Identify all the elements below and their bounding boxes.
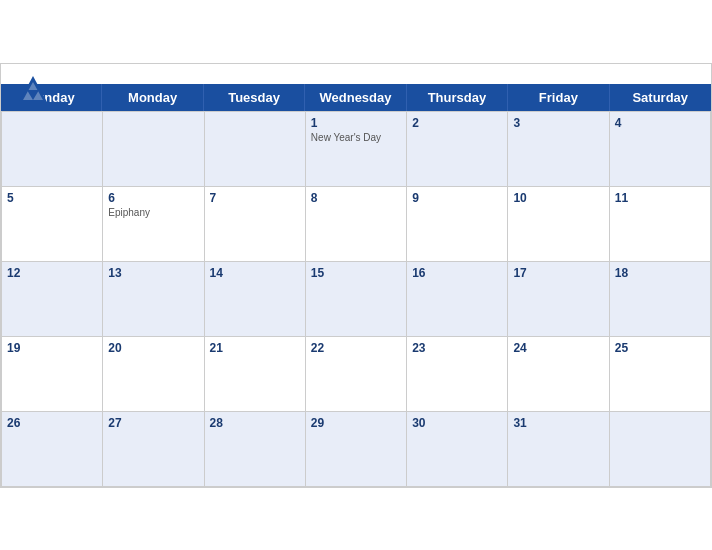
calendar-cell: 30 [407,412,508,487]
date-number: 9 [412,191,502,205]
logo-icon [17,74,49,104]
calendar-cell: 5 [2,187,103,262]
day-header-friday: Friday [508,84,609,111]
date-number: 5 [7,191,97,205]
calendar-cell: 9 [407,187,508,262]
date-number: 7 [210,191,300,205]
date-number: 24 [513,341,603,355]
holiday-label: Epiphany [108,207,198,218]
calendar-cell: 13 [103,262,204,337]
calendar-cell: 25 [610,337,711,412]
calendar-cell: 27 [103,412,204,487]
date-number: 19 [7,341,97,355]
date-number: 4 [615,116,705,130]
day-header-wednesday: Wednesday [305,84,406,111]
date-number: 25 [615,341,705,355]
calendar-cell: 15 [306,262,407,337]
date-number: 16 [412,266,502,280]
days-of-week-header: SundayMondayTuesdayWednesdayThursdayFrid… [1,84,711,111]
calendar-cell: 4 [610,112,711,187]
day-header-saturday: Saturday [610,84,711,111]
calendar-cell: 12 [2,262,103,337]
date-number: 2 [412,116,502,130]
date-number: 21 [210,341,300,355]
date-number: 23 [412,341,502,355]
date-number: 11 [615,191,705,205]
calendar-cell: 26 [2,412,103,487]
day-header-tuesday: Tuesday [204,84,305,111]
holiday-label: New Year's Day [311,132,401,143]
calendar-cell: 2 [407,112,508,187]
date-number: 17 [513,266,603,280]
calendar-cell: 23 [407,337,508,412]
calendar-cell: 6Epiphany [103,187,204,262]
calendar-cell [103,112,204,187]
calendar-cell: 14 [205,262,306,337]
calendar-cell: 16 [407,262,508,337]
calendar-cell: 17 [508,262,609,337]
calendar-cell [610,412,711,487]
calendar-grid: 1New Year's Day23456Epiphany789101112131… [1,111,711,487]
calendar-cell: 1New Year's Day [306,112,407,187]
date-number: 18 [615,266,705,280]
calendar-cell: 7 [205,187,306,262]
date-number: 31 [513,416,603,430]
calendar-cell: 31 [508,412,609,487]
calendar-cell [2,112,103,187]
date-number: 6 [108,191,198,205]
calendar-cell: 19 [2,337,103,412]
logo [17,74,53,104]
calendar-cell: 21 [205,337,306,412]
calendar-cell [205,112,306,187]
date-number: 20 [108,341,198,355]
date-number: 15 [311,266,401,280]
date-number: 13 [108,266,198,280]
date-number: 8 [311,191,401,205]
date-number: 10 [513,191,603,205]
date-number: 30 [412,416,502,430]
date-number: 27 [108,416,198,430]
date-number: 26 [7,416,97,430]
calendar-cell: 8 [306,187,407,262]
calendar: SundayMondayTuesdayWednesdayThursdayFrid… [0,63,712,488]
calendar-header [1,64,711,84]
calendar-cell: 18 [610,262,711,337]
calendar-cell: 24 [508,337,609,412]
calendar-cell: 10 [508,187,609,262]
date-number: 3 [513,116,603,130]
date-number: 29 [311,416,401,430]
calendar-cell: 3 [508,112,609,187]
day-header-thursday: Thursday [407,84,508,111]
date-number: 22 [311,341,401,355]
calendar-cell: 29 [306,412,407,487]
date-number: 1 [311,116,401,130]
calendar-cell: 11 [610,187,711,262]
date-number: 12 [7,266,97,280]
day-header-monday: Monday [102,84,203,111]
calendar-cell: 22 [306,337,407,412]
date-number: 14 [210,266,300,280]
calendar-cell: 20 [103,337,204,412]
date-number: 28 [210,416,300,430]
calendar-cell: 28 [205,412,306,487]
